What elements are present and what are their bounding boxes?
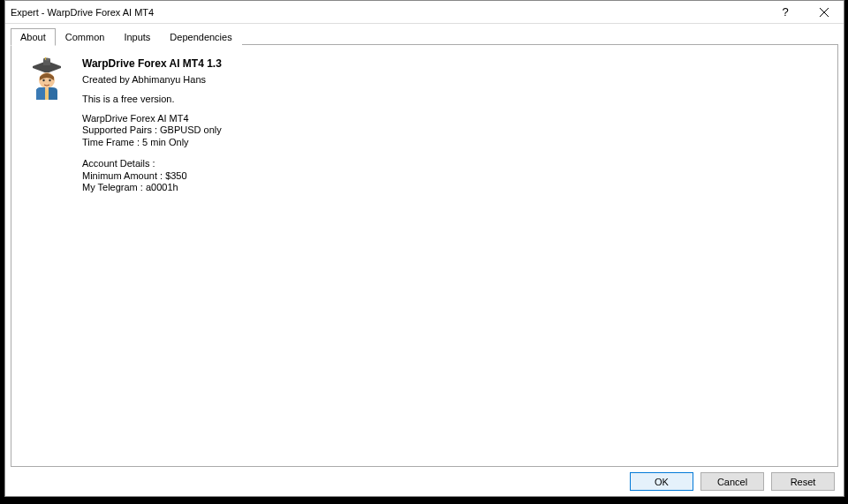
tab-inputs[interactable]: Inputs <box>114 28 160 45</box>
titlebar: Expert - WarpDrive Forex AI MT4 ? <box>5 1 844 24</box>
help-button[interactable]: ? <box>766 1 805 23</box>
about-text-column: WarpDrive Forex AI MT4 1.3 Created by Ab… <box>82 57 822 454</box>
tab-strip: About Common Inputs Dependencies <box>5 24 844 45</box>
tab-common[interactable]: Common <box>56 28 115 45</box>
about-supported-pairs: Supported Pairs : GBPUSD only <box>82 124 822 137</box>
dialog-window: Expert - WarpDrive Forex AI MT4 ? About … <box>4 0 844 497</box>
about-product-block: WarpDrive Forex AI MT4 Supported Pairs :… <box>82 113 822 149</box>
svg-point-3 <box>43 58 50 61</box>
close-icon <box>820 8 829 17</box>
about-account-details-label: Account Details : <box>82 158 822 170</box>
tab-dependencies[interactable]: Dependencies <box>160 28 241 45</box>
svg-point-7 <box>42 79 44 81</box>
about-free-version: This is a free version. <box>82 94 822 106</box>
window-title: Expert - WarpDrive Forex AI MT4 <box>11 7 766 18</box>
cancel-button[interactable]: Cancel <box>700 472 764 491</box>
tab-about[interactable]: About <box>11 28 56 46</box>
expert-advisor-icon <box>27 57 66 102</box>
about-heading: WarpDrive Forex AI MT4 1.3 <box>82 57 822 71</box>
ok-button[interactable]: OK <box>630 472 693 491</box>
about-panel: WarpDrive Forex AI MT4 1.3 Created by Ab… <box>11 45 838 467</box>
about-telegram: My Telegram : a0001h <box>82 182 822 194</box>
icon-column <box>27 57 70 454</box>
button-row: OK Cancel Reset <box>11 467 838 491</box>
about-timeframe: Time Frame : 5 min Only <box>82 137 822 149</box>
close-button[interactable] <box>805 1 844 23</box>
about-product-name: WarpDrive Forex AI MT4 <box>82 113 822 125</box>
about-account-block: Account Details : Minimum Amount : $350 … <box>82 158 822 194</box>
reset-button[interactable]: Reset <box>771 472 835 491</box>
svg-point-8 <box>49 79 50 81</box>
about-created-by: Created by Abhimanyu Hans <box>82 74 822 87</box>
content-wrap: WarpDrive Forex AI MT4 1.3 Created by Ab… <box>5 45 844 496</box>
about-min-amount: Minimum Amount : $350 <box>82 170 822 183</box>
titlebar-buttons: ? <box>766 1 844 23</box>
